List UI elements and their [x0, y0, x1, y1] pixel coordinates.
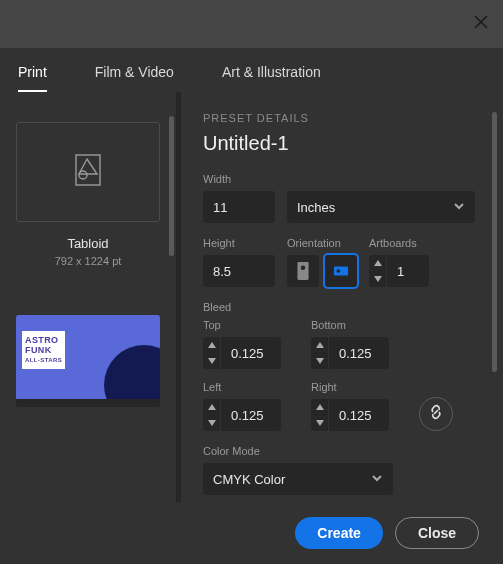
create-button[interactable]: Create	[295, 517, 383, 549]
bleed-right-value: 0.125	[329, 399, 389, 431]
stepper-up-icon[interactable]	[311, 399, 328, 415]
bleed-top-stepper[interactable]: 0.125	[203, 337, 293, 369]
sidebar-scrollbar[interactable]	[169, 116, 174, 256]
details-header: PRESET DETAILS	[203, 112, 475, 124]
template-thumbnail[interactable]: ASTRO FUNK ALL-STARS	[16, 315, 160, 407]
close-icon[interactable]	[473, 14, 489, 34]
stepper-down-icon[interactable]	[311, 415, 328, 431]
svg-point-3	[301, 265, 305, 269]
stepper-down-icon[interactable]	[203, 353, 220, 369]
tab-film-video[interactable]: Film & Video	[95, 64, 174, 92]
chevron-down-icon	[371, 472, 383, 487]
stepper-up-icon[interactable]	[203, 399, 220, 415]
width-input[interactable]: 11	[203, 191, 275, 223]
document-name[interactable]: Untitled-1	[203, 132, 475, 155]
bleed-right-stepper[interactable]: 0.125	[311, 399, 401, 431]
color-mode-select[interactable]: CMYK Color	[203, 463, 393, 495]
bleed-left-label: Left	[203, 381, 293, 393]
thumbnail-text: ASTRO FUNK ALL-STARS	[22, 331, 65, 369]
bleed-bottom-stepper[interactable]: 0.125	[311, 337, 401, 369]
chevron-down-icon	[453, 200, 465, 215]
preset-card-tabloid[interactable]: Tabloid 792 x 1224 pt	[16, 122, 160, 267]
artboards-stepper[interactable]: 1	[369, 255, 429, 287]
details-scrollbar[interactable]	[492, 112, 497, 372]
height-input[interactable]: 8.5	[203, 255, 275, 287]
preset-name: Tabloid	[16, 236, 160, 251]
bleed-right-label: Right	[311, 381, 401, 393]
preset-size: 792 x 1224 pt	[16, 255, 160, 267]
stepper-down-icon[interactable]	[311, 353, 328, 369]
bleed-top-value: 0.125	[221, 337, 281, 369]
stepper-down-icon[interactable]	[203, 415, 220, 431]
units-select[interactable]: Inches	[287, 191, 475, 223]
svg-rect-2	[297, 262, 308, 280]
orientation-landscape[interactable]	[325, 255, 357, 287]
stepper-up-icon[interactable]	[369, 255, 386, 271]
artboards-value: 1	[387, 255, 429, 287]
link-bleed-button[interactable]	[419, 397, 453, 431]
height-label: Height	[203, 237, 275, 249]
tab-print[interactable]: Print	[18, 64, 47, 92]
svg-point-5	[337, 269, 341, 273]
orientation-label: Orientation	[287, 237, 357, 249]
preset-details-panel: PRESET DETAILS Untitled-1 Width 11 Inche…	[176, 92, 503, 564]
orientation-portrait[interactable]	[287, 255, 319, 287]
bleed-bottom-value: 0.125	[329, 337, 389, 369]
color-mode-value: CMYK Color	[213, 472, 285, 487]
bleed-top-label: Top	[203, 319, 293, 331]
stepper-down-icon[interactable]	[369, 271, 386, 287]
bleed-left-stepper[interactable]: 0.125	[203, 399, 293, 431]
dialog-footer: Create Close	[176, 502, 503, 564]
category-tabs: Print Film & Video Art & Illustration	[0, 48, 503, 92]
bleed-label: Bleed	[203, 301, 475, 313]
svg-rect-4	[334, 267, 348, 276]
bleed-bottom-label: Bottom	[311, 319, 401, 331]
preset-sidebar: Tabloid 792 x 1224 pt ASTRO FUNK ALL-STA…	[0, 92, 176, 564]
link-icon	[428, 404, 444, 424]
width-label: Width	[203, 173, 475, 185]
bleed-left-value: 0.125	[221, 399, 281, 431]
artboards-label: Artboards	[369, 237, 429, 249]
document-icon	[67, 149, 109, 195]
tab-art-illustration[interactable]: Art & Illustration	[222, 64, 321, 92]
stepper-up-icon[interactable]	[203, 337, 220, 353]
color-mode-label: Color Mode	[203, 445, 475, 457]
close-button[interactable]: Close	[395, 517, 479, 549]
stepper-up-icon[interactable]	[311, 337, 328, 353]
units-value: Inches	[297, 200, 335, 215]
